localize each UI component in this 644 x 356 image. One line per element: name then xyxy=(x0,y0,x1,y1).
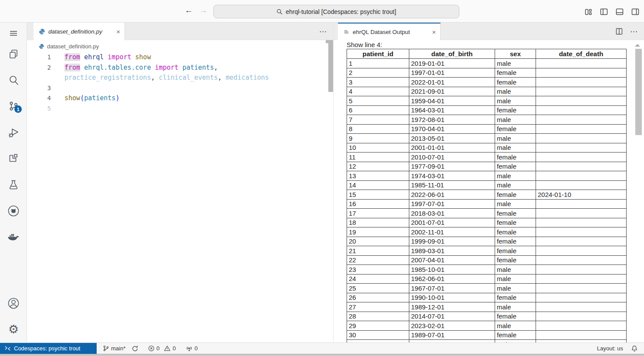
table-row: 211989-03-01female xyxy=(347,246,627,256)
code-line[interactable]: practice_registrations, clinical_events,… xyxy=(27,73,327,83)
table-cell: 18 xyxy=(347,218,409,227)
command-center[interactable]: ehrql-tutorial [Codespaces: psychic trou… xyxy=(213,5,459,18)
table-cell xyxy=(536,218,627,227)
tab-label: dataset_definition.py xyxy=(48,28,102,35)
source-control-icon[interactable]: 1 xyxy=(0,96,27,117)
ports-count: 0 xyxy=(195,345,198,352)
python-file-icon xyxy=(39,28,45,35)
back-button[interactable]: ← xyxy=(185,6,193,15)
code-editor[interactable]: 1from ehrql import show2from ehrql.table… xyxy=(27,52,327,342)
table-cell: 2010-07-01 xyxy=(409,153,495,162)
split-editor-icon[interactable] xyxy=(615,27,623,35)
run-debug-icon[interactable] xyxy=(0,122,27,143)
table-cell: female xyxy=(495,162,536,171)
table-cell: female xyxy=(495,105,536,115)
toggle-primary-sidebar-icon[interactable] xyxy=(599,7,608,16)
table-cell: 2002-11-01 xyxy=(409,227,495,237)
remote-indicator[interactable]: Codespaces: psychic trout xyxy=(0,343,97,354)
close-icon[interactable]: × xyxy=(432,28,436,36)
branch-icon xyxy=(103,345,109,352)
editor-actions-more-icon[interactable]: ⋯ xyxy=(319,28,327,35)
account-icon[interactable] xyxy=(0,293,27,314)
code-line[interactable]: 5 xyxy=(27,104,327,114)
table-cell: 1997-01-01 xyxy=(409,68,495,78)
table-cell: 3 xyxy=(347,78,409,87)
table-cell xyxy=(536,115,627,125)
table-cell: 2 xyxy=(347,68,409,78)
sync-button[interactable] xyxy=(131,345,138,352)
editor-group: dataset_definition.py × ⋯ dataset_defini… xyxy=(27,23,333,342)
search-icon[interactable] xyxy=(0,70,27,91)
explorer-icon[interactable] xyxy=(0,44,27,64)
table-cell: 1977-09-01 xyxy=(409,162,495,171)
table-cell: female xyxy=(495,78,536,87)
menu-icon[interactable] xyxy=(0,23,27,44)
table-row: 51959-04-01male xyxy=(347,96,627,106)
table-cell: 29 xyxy=(347,321,409,331)
breadcrumb-item: dataset_definition.py xyxy=(47,43,99,50)
table-cell: 1970-04-01 xyxy=(409,124,495,134)
close-icon[interactable]: × xyxy=(116,28,120,35)
table-cell: 1985-10-01 xyxy=(409,265,495,275)
code-line[interactable]: 4show(patients) xyxy=(27,93,327,104)
docker-icon[interactable] xyxy=(0,227,27,248)
editor-scrollbar[interactable] xyxy=(328,43,333,92)
table-cell: 2022-06-01 xyxy=(409,190,495,200)
table-cell xyxy=(536,153,627,162)
table-cell: 20 xyxy=(347,237,409,246)
table-row: 81970-04-01female xyxy=(347,124,627,134)
table-row: 131974-03-01male xyxy=(347,171,627,181)
table-cell xyxy=(536,124,627,134)
line-number: 2 xyxy=(27,63,51,73)
table-cell xyxy=(536,143,627,153)
toggle-secondary-sidebar-icon[interactable] xyxy=(631,7,640,16)
tab-dataset-definition[interactable]: dataset_definition.py × xyxy=(34,23,125,40)
table-cell: 1972-08-01 xyxy=(409,115,495,125)
ports-indicator[interactable]: 0 xyxy=(185,345,198,352)
table-cell: 1 xyxy=(347,59,409,68)
settings-gear-icon[interactable]: ⚙ xyxy=(0,319,27,340)
layout-indicator[interactable]: Layout: us xyxy=(597,345,623,352)
tab-ehrql-output[interactable]: ehrQL Dataset Output × xyxy=(338,23,441,40)
output-actions-more-icon[interactable]: ⋯ xyxy=(630,28,638,35)
breadcrumb[interactable]: dataset_definition.py xyxy=(27,40,333,52)
code-line[interactable]: 1from ehrql import show xyxy=(27,52,327,63)
table-cell: 12 xyxy=(347,162,409,171)
table-cell: 23 xyxy=(347,265,409,275)
vscode-window: ← → ehrql-tutorial [Codespaces: psychic … xyxy=(0,0,644,356)
scroll-up-arrow-icon[interactable] xyxy=(635,44,640,47)
table-cell: 1989-12-01 xyxy=(409,302,495,312)
table-cell: female xyxy=(495,237,536,246)
table-cell: male xyxy=(495,96,536,106)
table-cell: 9 xyxy=(347,134,409,143)
code-line[interactable]: 3 xyxy=(27,83,327,94)
table-cell: 2024-01-10 xyxy=(536,190,627,200)
table-cell: female xyxy=(495,312,536,321)
warning-icon xyxy=(164,345,171,352)
line-number: 1 xyxy=(27,52,51,63)
problems-indicator[interactable]: 0 0 xyxy=(148,345,175,352)
table-row: 21997-01-01female xyxy=(347,68,627,78)
preview-list-icon xyxy=(343,29,350,35)
table-row: 112010-07-01female xyxy=(347,153,627,162)
table-row: 161997-07-01male xyxy=(347,199,627,209)
bell-icon[interactable] xyxy=(631,345,638,352)
warning-count: 0 xyxy=(172,345,175,352)
table-cell xyxy=(536,134,627,143)
table-cell: 1967-07-01 xyxy=(409,284,495,293)
output-scrollbar[interactable] xyxy=(635,49,642,135)
code-line[interactable]: 2from ehrql.tables.core import patients, xyxy=(27,63,327,73)
table-cell xyxy=(536,312,627,321)
table-cell: 15 xyxy=(347,190,409,200)
testing-flask-icon[interactable] xyxy=(0,174,27,195)
table-cell: 1989-03-01 xyxy=(409,246,495,256)
remote-label: Codespaces: psychic trout xyxy=(14,345,80,352)
branch-indicator[interactable]: main* xyxy=(103,345,125,352)
extensions-icon[interactable] xyxy=(0,148,27,169)
toggle-panel-icon[interactable] xyxy=(615,7,624,16)
table-cell xyxy=(536,105,627,115)
table-cell: 11 xyxy=(347,153,409,162)
forward-button[interactable]: → xyxy=(199,6,208,15)
github-icon[interactable] xyxy=(0,200,27,221)
customize-layout-icon[interactable] xyxy=(583,7,593,16)
